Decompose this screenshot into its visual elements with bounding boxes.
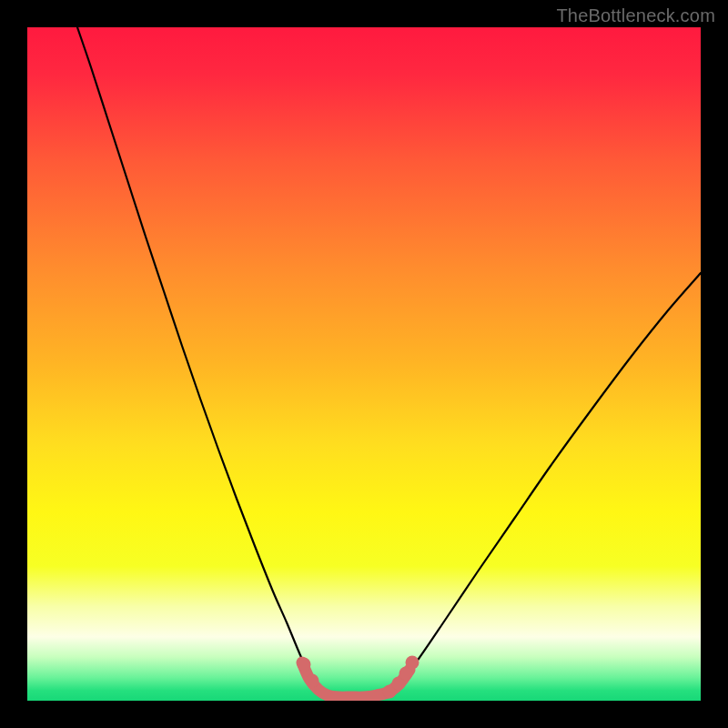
series-right-branch bbox=[400, 273, 701, 682]
plot-area bbox=[27, 27, 701, 701]
chart-stage: TheBottleneck.com bbox=[0, 0, 728, 728]
dot-left-1 bbox=[298, 658, 311, 672]
curve-layer bbox=[27, 27, 701, 701]
dot-right-4 bbox=[406, 656, 420, 670]
series-group bbox=[77, 27, 701, 697]
series-left-branch bbox=[77, 27, 313, 682]
watermark-text: TheBottleneck.com bbox=[556, 5, 715, 26]
dot-left-2 bbox=[306, 674, 319, 688]
